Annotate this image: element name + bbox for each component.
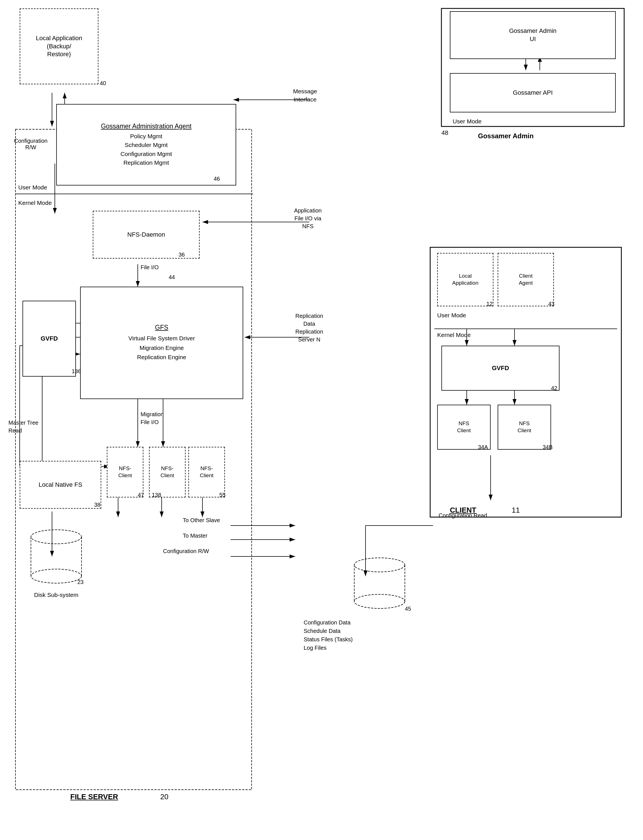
nfs-client-55-label: NFS-Client <box>200 465 214 479</box>
ref-46: 46 <box>214 176 220 182</box>
config-rw-bottom-label: Configuration R/W <box>163 548 209 555</box>
config-read-label: Configuration Read <box>439 511 487 519</box>
svg-point-52 <box>354 594 405 609</box>
nfs-client-55-box: NFS-Client <box>188 447 225 497</box>
ref-47: 47 <box>138 492 144 498</box>
gossamer-admin-agent-title: Gossamer Administration Agent <box>101 122 191 130</box>
migration-file-io-label: MigrationFile I/O <box>140 410 164 426</box>
nfs-client-47-label: NFS-Client <box>118 465 132 479</box>
ref-43: 43 <box>548 301 555 307</box>
client-agent-label: ClientAgent <box>519 273 533 287</box>
ref-34b: 34B <box>543 444 553 451</box>
ref-40: 40 <box>100 80 106 86</box>
nfs-client-34a-label: NFSClient <box>457 420 471 434</box>
gvfd-server-label: GVFD <box>41 335 58 343</box>
message-interface-label: MessageInterface <box>287 87 323 104</box>
to-other-slave-label: To Other Slave <box>183 517 220 524</box>
nfs-client-34b-box: NFSClient <box>498 405 551 450</box>
user-mode-client-label: User Mode <box>437 312 466 319</box>
config-data-label: Configuration DataSchedule DataStatus Fi… <box>304 618 353 652</box>
svg-point-49 <box>354 558 405 572</box>
ref-44: 44 <box>169 274 175 280</box>
ref-11: 11 <box>512 506 520 514</box>
ref-38: 38 <box>94 501 100 508</box>
nfs-client-138-box: NFS-Client <box>149 447 186 497</box>
nfs-client-138-label: NFS-Client <box>160 465 174 479</box>
to-master-label: To Master <box>183 532 207 539</box>
nfs-client-47-box: NFS-Client <box>107 447 144 497</box>
local-native-fs-label: Local Native FS <box>39 481 82 489</box>
ref-20: 20 <box>160 793 168 801</box>
diagram-container: Local Application (Backup/ Restore) 40 G… <box>0 0 643 840</box>
disk-cylinder-svg <box>28 528 84 590</box>
kernel-mode-client-label: Kernel Mode <box>437 332 471 339</box>
app-file-io-label: ApplicationFile I/O viaNFS <box>287 207 329 230</box>
replication-data-label: ReplicationDataReplicationServer N <box>287 312 332 343</box>
config-rw-label: ConfigurationR/W <box>14 138 47 151</box>
ref-36: 36 <box>178 252 185 258</box>
gossamer-admin-outer-label: Gossamer Admin <box>478 132 534 140</box>
svg-point-48 <box>31 569 82 583</box>
gossamer-api-label: Gossamer API <box>513 89 553 97</box>
file-io-label: File I/O <box>140 264 158 271</box>
ref-45: 45 <box>405 606 411 612</box>
ref-12: 12 <box>486 301 493 307</box>
ref-138: 138 <box>152 492 161 498</box>
gossamer-api-box: Gossamer API <box>450 73 616 112</box>
file-server-label: FILE SERVER <box>70 793 118 801</box>
client-agent-box: ClientAgent <box>498 253 554 306</box>
gossamer-admin-agent-sublabel: Policy MgmtScheduler MgmtConfiguration M… <box>120 132 172 167</box>
gossamer-admin-ui-box: Gossamer AdminUI <box>450 11 616 59</box>
gvfd-client-box: GVFD <box>441 346 560 391</box>
nfs-client-34a-box: NFSClient <box>437 405 491 450</box>
ref-34a: 34A <box>478 444 488 451</box>
ref-42: 42 <box>551 385 557 391</box>
svg-point-45 <box>31 530 82 544</box>
gfs-title: GFS <box>155 324 168 331</box>
ref-48: 48 <box>441 129 448 137</box>
master-tree-read-label: Master TreeRead <box>8 419 39 435</box>
gfs-sublabel: Virtual File System DriverMigration Engi… <box>129 334 195 362</box>
gossamer-admin-ui-label: Gossamer AdminUI <box>509 27 557 43</box>
local-native-fs-box: Local Native FS <box>20 461 101 509</box>
nfs-client-34b-label: NFSClient <box>517 420 531 434</box>
local-app-backup-box: Local Application (Backup/ Restore) <box>20 8 98 84</box>
local-app-backup-label: Local Application (Backup/ Restore) <box>36 34 82 59</box>
user-mode-gossamer-label: User Mode <box>453 118 481 125</box>
local-app-client-label: LocalApplication <box>452 273 478 287</box>
disk-subsystem-label: Disk Sub-system <box>20 592 93 598</box>
kernel-mode-server-label: Kernel Mode <box>18 200 52 206</box>
gossamer-admin-agent-box: Gossamer Administration Agent Policy Mgm… <box>56 104 236 186</box>
config-data-cylinder <box>351 557 408 613</box>
local-app-client-box: LocalApplication <box>437 253 493 306</box>
disk-subsystem <box>28 528 84 590</box>
ref-55: 55 <box>219 492 225 498</box>
gfs-box: GFS Virtual File System DriverMigration … <box>80 287 243 399</box>
gvfd-client-label: GVFD <box>492 364 509 372</box>
file-server-underline: FILE SERVER <box>70 793 118 801</box>
user-mode-server-label: User Mode <box>18 184 47 191</box>
gvfd-server-box: GVFD <box>23 301 76 376</box>
config-cylinder-svg <box>351 557 408 613</box>
ref-136: 136 <box>72 368 81 374</box>
ref-23: 23 <box>77 579 83 585</box>
nfs-daemon-label: NFS-Daemon <box>127 231 165 239</box>
